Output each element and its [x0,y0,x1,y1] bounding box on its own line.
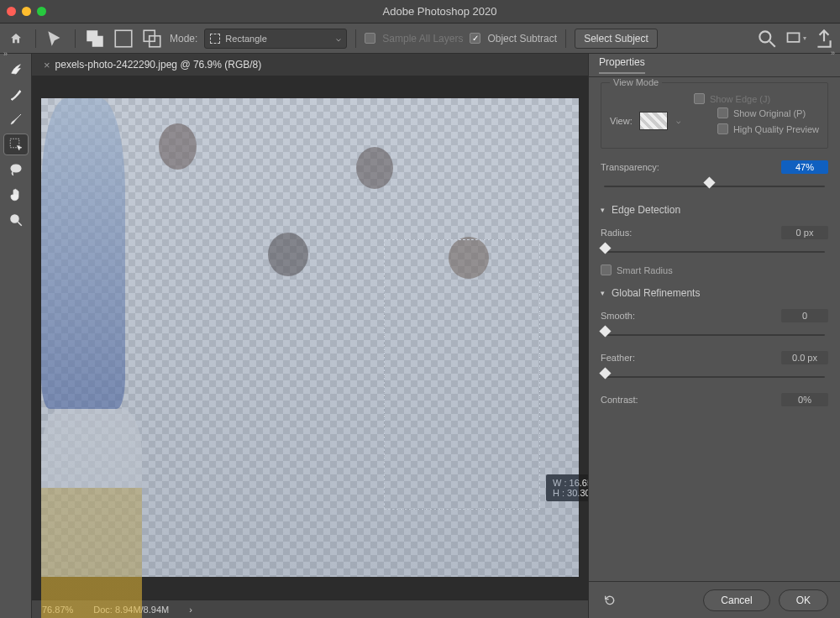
svg-rect-1 [92,35,103,46]
view-mode-group: View Mode Show Edge (J) View: ⌵ Show Ori… [601,82,828,149]
status-caret[interactable]: › [189,605,192,615]
home-button[interactable] [5,28,27,50]
select-subject-button[interactable]: Select Subject [575,29,658,49]
show-edge-checkbox [694,93,705,104]
show-edge-label: Show Edge (J) [710,94,770,104]
svg-rect-2 [115,30,132,47]
show-original-checkbox[interactable] [717,107,728,118]
close-window-icon[interactable] [7,7,16,16]
chevron-down-icon: ⌵ [336,34,341,43]
lasso-tool[interactable] [4,160,28,180]
object-subtract-checkbox[interactable] [470,33,480,44]
smart-radius-checkbox[interactable] [601,264,612,275]
show-original-label: Show Original (P) [733,108,806,118]
properties-panel: » Properties View Mode Show Edge (J) Vie… [588,54,840,618]
search-icon[interactable] [756,28,778,50]
app-title: Adobe Photoshop 2020 [46,5,833,18]
hq-preview-checkbox[interactable] [717,123,728,134]
smooth-label: Smooth: [601,311,635,321]
zoom-tool[interactable] [4,210,28,230]
radius-value[interactable]: 0 px [781,226,828,239]
mode-select[interactable]: Rectangle ⌵ [204,29,347,49]
panel-footer: Cancel OK [589,581,840,618]
panel-tab[interactable]: Properties [589,54,840,77]
smart-radius-label: Smart Radius [617,265,673,275]
selection-subtract-icon[interactable] [141,28,163,50]
feather-label: Feather: [601,353,635,363]
feather-value[interactable]: 0.0 px [781,351,828,364]
global-refinements-header[interactable]: ▾ Global Refinements [601,287,828,299]
minimize-window-icon[interactable] [22,7,31,16]
object-subtract-label: Object Subtract [487,33,557,45]
smooth-slider[interactable] [604,329,825,341]
collapse-panel-icon[interactable]: » [831,49,835,57]
quick-select-tool[interactable] [4,59,28,79]
panel-title: Properties [599,56,645,74]
document-tab[interactable]: × pexels-photo-2422290.jpeg @ 76.9% (RGB… [37,54,268,76]
close-tab-icon[interactable]: × [44,59,50,71]
svg-point-9 [11,165,21,172]
svg-line-11 [18,222,22,226]
svg-line-6 [769,41,775,47]
radius-label: Radius: [601,228,632,238]
view-label: View: [610,116,633,126]
smooth-value[interactable]: 0 [781,309,828,322]
svg-point-5 [759,31,770,42]
selection-new-icon[interactable] [84,28,106,50]
hand-tool[interactable] [4,185,28,205]
hq-preview-label: High Quality Preview [733,124,819,134]
document-area: × pexels-photo-2422290.jpeg @ 76.9% (RGB… [32,54,588,618]
rectangle-icon [210,34,220,44]
transparency-slider[interactable] [604,181,825,192]
selection-add-icon[interactable] [113,28,134,50]
canvas-area[interactable]: W : 16.65 cm H : 30.30 cm [32,76,588,600]
photo-content [41,98,579,577]
screen-mode-icon[interactable]: ▾ [785,28,806,50]
transparency-value[interactable]: 47% [781,160,828,174]
document-tab-label: pexels-photo-2422290.jpeg @ 76.9% (RGB/8… [55,59,262,71]
chevron-down-icon: ▾ [601,289,605,297]
sample-all-layers-label: Sample All Layers [382,33,463,45]
contrast-label: Contrast: [601,395,638,405]
document-tabbar: × pexels-photo-2422290.jpeg @ 76.9% (RGB… [32,54,588,76]
canvas[interactable]: W : 16.65 cm H : 30.30 cm [41,98,579,577]
selection-marquee[interactable] [384,239,540,510]
chevron-down-icon: ▾ [601,206,605,214]
titlebar: Adobe Photoshop 2020 [0,0,840,24]
options-bar: Mode: Rectangle ⌵ Sample All Layers Obje… [0,24,840,54]
drag-hand-icon[interactable] [45,28,66,50]
mode-value: Rectangle [225,34,267,44]
edge-detection-header[interactable]: ▾ Edge Detection [601,204,828,216]
svg-rect-7 [788,33,800,42]
view-mode-title: View Mode [610,77,662,87]
transparency-label: Transparency: [601,162,659,172]
view-thumbnail[interactable] [639,112,668,130]
ok-button[interactable]: OK [779,589,828,611]
view-thumb-chevron-icon[interactable]: ⌵ [676,117,680,125]
mode-label: Mode: [170,33,197,45]
sample-all-layers-checkbox[interactable] [365,33,375,44]
svg-point-10 [11,215,18,223]
refine-brush-tool[interactable] [4,84,28,104]
reset-button[interactable] [601,591,619,610]
object-select-tool[interactable] [4,134,28,154]
contrast-value[interactable]: 0% [781,393,828,406]
maximize-window-icon[interactable] [37,7,46,16]
feather-slider[interactable] [604,371,825,383]
expand-toolbar-icon[interactable]: » [3,50,8,58]
cancel-button[interactable]: Cancel [703,589,769,611]
share-icon[interactable] [813,28,835,50]
left-toolbar: » [0,54,32,618]
radius-slider[interactable] [604,246,825,258]
brush-tool[interactable] [4,109,28,129]
